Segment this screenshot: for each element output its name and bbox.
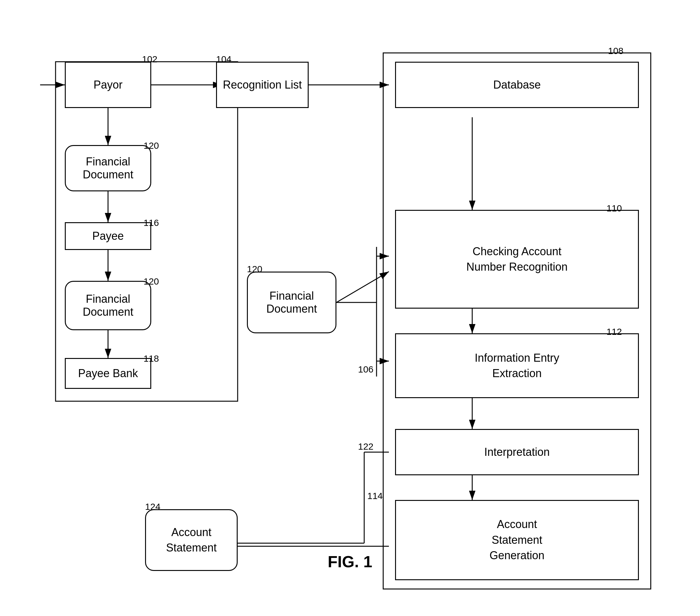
recognition-list-node: Recognition List <box>216 62 309 108</box>
info-entry-ref: 112 <box>607 327 622 337</box>
interpretation-node: Interpretation <box>395 429 639 475</box>
payee-ref: 116 <box>143 217 159 228</box>
financial-doc-1-node: Financial Document <box>65 145 151 191</box>
financial-doc-2-node: Financial Document <box>65 281 151 330</box>
info-entry-node: Information Entry Extraction <box>395 333 639 398</box>
checking-account-ref: 110 <box>607 203 622 214</box>
svg-line-10 <box>336 272 389 302</box>
financial-doc-3-node: Financial Document <box>247 272 336 333</box>
fig-label: FIG. 1 <box>328 552 372 571</box>
financial-doc-3-ref: 120 <box>247 264 262 274</box>
ref-106: 106 <box>358 364 373 375</box>
account-stmt-ref: 124 <box>145 502 161 512</box>
checking-account-node: Checking Account Number Recognition <box>395 210 639 309</box>
payor-ref: 102 <box>142 54 158 64</box>
database-node: Database <box>395 62 639 108</box>
diagram: Payor 102 Recognition List 104 Financial… <box>31 25 669 580</box>
ref-122: 122 <box>358 441 373 452</box>
account-stmt-gen-ref: 114 <box>367 491 383 501</box>
payee-node: Payee <box>65 222 151 250</box>
financial-doc-2-ref: 120 <box>143 276 159 287</box>
account-stmt-node: Account Statement <box>145 509 238 571</box>
financial-doc-1-ref: 120 <box>143 140 159 151</box>
payor-node: Payor <box>65 62 151 108</box>
payee-bank-node: Payee Bank <box>65 358 151 389</box>
outer-box-ref: 108 <box>608 46 623 56</box>
account-stmt-gen-node: Account Statement Generation <box>395 500 639 580</box>
recognition-list-ref: 104 <box>216 54 232 64</box>
payee-bank-ref: 118 <box>143 353 159 364</box>
